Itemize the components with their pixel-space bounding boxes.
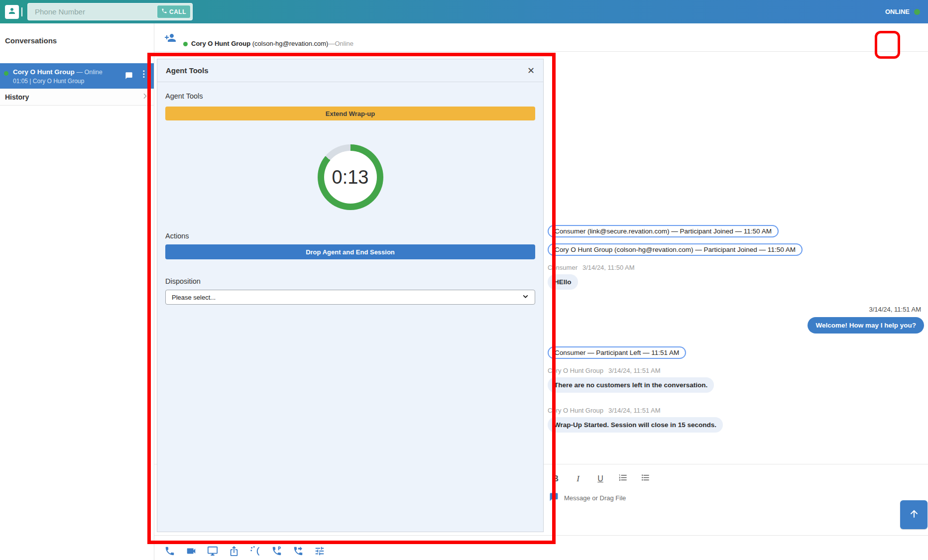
phone-number-box: CALL <box>27 3 193 20</box>
incoming-message: There are no customers left in the conve… <box>548 377 714 393</box>
incoming-message: Wrap-Up Started. Session will close in 1… <box>548 417 723 433</box>
video-icon[interactable] <box>186 546 197 557</box>
event-pill: Cory O Hunt Group (colson-hg@revation.co… <box>548 243 803 256</box>
chat-title: Cory O Hunt Group (colson-hg@revation.co… <box>191 40 353 47</box>
message-time: 3/14/24, 11:50 AM <box>582 264 635 271</box>
message-list: Consumer (link@secure.revation.com) — Pa… <box>548 225 924 433</box>
actions-label: Actions <box>165 232 535 240</box>
conversation-menu-icon[interactable]: ⋮ <box>139 70 148 78</box>
message-meta: Cory O Hunt Group3/14/24, 11:51 AM <box>548 367 924 374</box>
screen-share-icon[interactable] <box>207 546 218 557</box>
top-bar: CALL ONLINE <box>0 0 928 23</box>
chat-title-status: —Online <box>328 40 353 47</box>
underline-icon[interactable]: U <box>595 474 605 483</box>
message-bubble-icon <box>549 492 559 504</box>
close-panel-icon[interactable]: ✕ <box>527 66 535 75</box>
sender-name: Cory O Hunt Group <box>548 367 603 374</box>
outgoing-message: Welcome! How may I help you? <box>808 317 924 334</box>
audio-settings-icon[interactable] <box>314 546 325 557</box>
event-pill: Consumer (link@secure.revation.com) — Pa… <box>548 225 779 237</box>
online-status-dot-icon <box>914 9 920 15</box>
conversation-title: Cory O Hunt Group — Online <box>13 68 103 76</box>
ordered-list-icon[interactable] <box>618 473 628 484</box>
divider <box>154 535 928 536</box>
message-input[interactable]: Message or Drag File <box>549 492 626 504</box>
arrow-up-icon <box>908 508 920 522</box>
history-label: History <box>5 93 29 101</box>
presence-dot-icon <box>4 71 8 76</box>
outgoing-timestamp: 3/14/24, 11:51 AM <box>548 306 924 313</box>
app-window: CALL ONLINE Conversations Cory O Hunt Gr… <box>0 0 928 560</box>
phone-icon <box>161 8 167 15</box>
message-time: 3/14/24, 11:51 AM <box>608 367 661 374</box>
chat-title-address: (colson-hg@revation.com) <box>250 40 328 47</box>
history-section[interactable]: History <box>0 89 154 106</box>
chat-bubble-icon[interactable] <box>125 72 133 82</box>
conversation-name: Cory O Hunt Group <box>13 68 75 76</box>
divider <box>21 7 22 16</box>
chat-header: Cory O Hunt Group (colson-hg@revation.co… <box>154 23 928 52</box>
person-add-icon[interactable] <box>164 32 176 46</box>
sender-name: Consumer <box>548 264 578 271</box>
call-button-label: CALL <box>169 8 186 15</box>
conversations-sidebar: Conversations Cory O Hunt Group — Online… <box>0 23 154 560</box>
online-status-label: ONLINE <box>885 8 910 15</box>
call-button[interactable]: CALL <box>157 5 191 18</box>
park-call-icon[interactable] <box>271 546 282 557</box>
bullet-list-icon[interactable] <box>640 473 650 484</box>
agent-tools-panel: Agent Tools ✕ Agent Tools Extend Wrap-up… <box>157 59 544 532</box>
agent-tools-section-label: Agent Tools <box>165 92 535 100</box>
message-meta: Cory O Hunt Group3/14/24, 11:51 AM <box>548 407 924 414</box>
share-file-icon[interactable] <box>229 546 239 557</box>
transfer-call-icon[interactable] <box>293 546 304 557</box>
drop-agent-button[interactable]: Drop Agent and End Session <box>165 244 535 259</box>
conversation-status: — Online <box>77 69 103 76</box>
conversation-item[interactable]: Cory O Hunt Group — Online 01:05 | Cory … <box>0 63 154 89</box>
timer-value: 0:13 <box>324 151 377 204</box>
chat-title-name: Cory O Hunt Group <box>191 40 250 47</box>
presence-dot-icon <box>183 42 188 46</box>
agent-tools-title: Agent Tools <box>166 66 209 75</box>
agent-tools-body: Agent Tools Extend Wrap-up 0:13 Actions … <box>157 82 543 305</box>
phone-icon[interactable] <box>164 546 175 557</box>
chevron-right-icon <box>141 92 149 102</box>
phone-number-input[interactable] <box>34 7 141 16</box>
disposition-selected-value: Please select... <box>172 294 216 301</box>
send-button[interactable] <box>900 500 928 529</box>
contact-card-icon <box>7 6 16 17</box>
bold-icon[interactable]: B <box>551 474 561 484</box>
message-time: 3/14/24, 11:51 AM <box>608 407 661 414</box>
wrapup-timer: 0:13 <box>165 144 535 210</box>
extend-wrapup-button[interactable]: Extend Wrap-up <box>165 107 535 120</box>
agent-status[interactable]: ONLINE <box>885 0 920 23</box>
contacts-button[interactable] <box>5 5 19 19</box>
sidebar-title: Conversations <box>5 36 57 45</box>
disposition-select[interactable]: Please select... <box>165 290 535 305</box>
incoming-message: HEllo <box>548 274 578 290</box>
conversation-detail: 01:05 | Cory O Hunt Group <box>13 78 84 85</box>
message-meta: Consumer3/14/24, 11:50 AM <box>548 264 924 271</box>
format-toolbar: B I U <box>551 473 650 484</box>
timer-ring: 0:13 <box>318 144 383 210</box>
disposition-label: Disposition <box>165 277 535 285</box>
sender-name: Cory O Hunt Group <box>548 407 603 414</box>
message-input-placeholder: Message or Drag File <box>564 494 626 502</box>
chevron-down-icon <box>522 293 529 301</box>
agent-tools-header: Agent Tools ✕ <box>157 59 543 82</box>
italic-icon[interactable]: I <box>573 474 583 484</box>
call-controls <box>164 546 325 557</box>
touchtone-icon[interactable] <box>250 546 261 557</box>
event-pill: Consumer — Participant Left — 11:51 AM <box>548 346 686 359</box>
